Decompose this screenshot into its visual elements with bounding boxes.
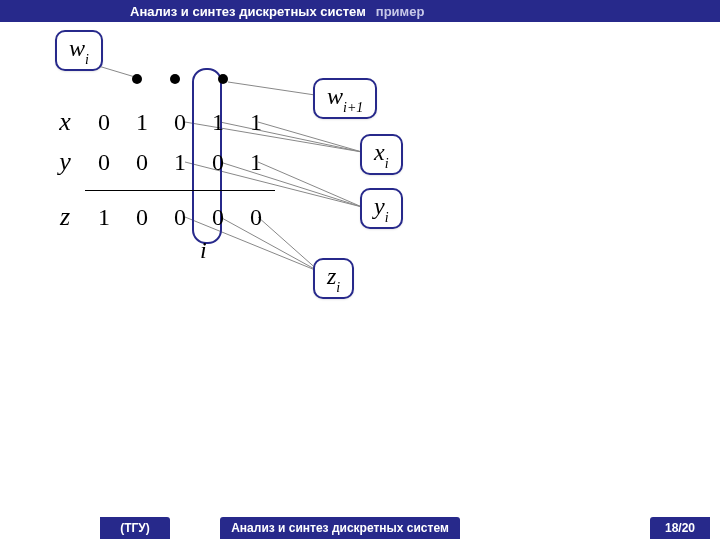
label-yi-base: y [374,193,385,219]
header-subtitle: пример [376,4,425,19]
row-x: x 0 1 0 1 1 [45,102,275,142]
label-xi-base: x [374,139,385,165]
footer-page-number: 18/20 [650,517,710,539]
carry-dot [132,74,142,84]
index-label: i [200,237,207,264]
label-wi-base: w [69,35,85,61]
row-z: z 1 0 0 0 0 [45,197,275,237]
row-x-label: x [45,107,85,137]
label-zi-base: z [327,263,336,289]
label-wi-sub: i [85,52,89,67]
label-yi: yi [360,188,403,229]
cell: 0 [85,149,123,176]
cell: 0 [123,149,161,176]
svg-line-10 [228,82,315,95]
cell: 0 [237,204,275,231]
cell: 0 [161,109,199,136]
label-zi: zi [313,258,354,299]
label-wip1-base: w [327,83,343,109]
label-zi-sub: i [336,280,340,295]
cell: 0 [161,204,199,231]
cell: 1 [199,109,237,136]
cell: 0 [85,109,123,136]
cell: 1 [85,204,123,231]
cell: 0 [123,204,161,231]
label-yi-sub: i [385,210,389,225]
row-z-label: z [45,202,85,232]
header-bar: Анализ и синтез дискретных систем пример [0,0,720,22]
label-xi: xi [360,134,403,175]
carry-dot [218,74,228,84]
row-y: y 0 0 1 0 1 [45,142,275,182]
diagram-stage: wi wi+1 xi yi zi x 0 1 0 1 1 y 0 0 1 0 1… [0,22,720,517]
label-xi-sub: i [385,156,389,171]
label-wip1-sub: i+1 [343,100,363,115]
cell: 0 [199,204,237,231]
row-y-label: y [45,147,85,177]
label-wi: wi [55,30,103,71]
table-rule [85,190,275,191]
carry-dot [170,74,180,84]
cell: 1 [161,149,199,176]
footer-left: (ТГУ) [100,517,170,539]
cell: 0 [199,149,237,176]
cell: 1 [237,149,275,176]
footer-bar: (ТГУ) Анализ и синтез дискретных систем … [0,517,720,539]
cell: 1 [237,109,275,136]
cell: 1 [123,109,161,136]
footer-center: Анализ и синтез дискретных систем [220,517,460,539]
label-wip1: wi+1 [313,78,377,119]
header-title: Анализ и синтез дискретных систем [130,4,366,19]
